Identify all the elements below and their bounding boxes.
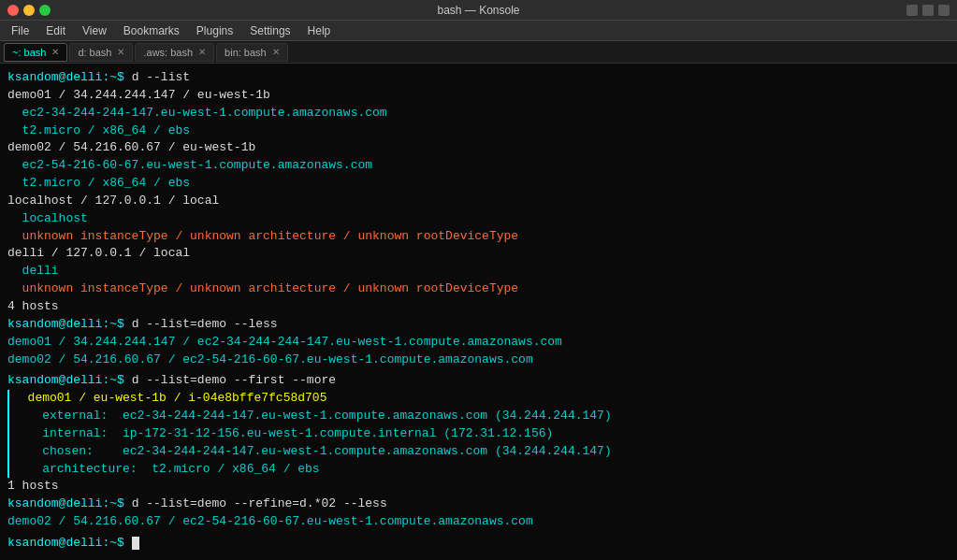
more-line-3: internal: ip-172-31-12-156.eu-west-1.com…: [13, 425, 950, 443]
line-5: demo02 / 54.216.60.67 / eu-west-1b: [7, 139, 950, 157]
line-16: demo01 / 34.244.244.147 / ec2-34-244-244…: [7, 334, 950, 352]
menu-plugins[interactable]: Plugins: [189, 22, 240, 39]
menu-bookmarks[interactable]: Bookmarks: [116, 22, 187, 39]
line-1: ksandom@delli:~$ d --list: [7, 69, 950, 87]
menu-file[interactable]: File: [4, 22, 36, 39]
window-title: bash — Konsole: [437, 4, 519, 17]
terminal[interactable]: ksandom@delli:~$ d --list demo01 / 34.24…: [0, 64, 957, 560]
tab-3-close[interactable]: ✕: [272, 47, 280, 57]
line-2: demo01 / 34.244.244.147 / eu-west-1b: [7, 87, 950, 105]
tab-0[interactable]: ~: bash ✕: [4, 43, 67, 62]
line-7: t2.micro / x86_64 / ebs: [7, 175, 950, 193]
tab-2[interactable]: .aws: bash ✕: [135, 43, 214, 62]
minimize-button[interactable]: [23, 5, 35, 16]
close-button[interactable]: [7, 5, 19, 16]
line-13: unknown instanceType / unknown architect…: [7, 280, 950, 298]
line-10: unknown instanceType / unknown architect…: [7, 228, 950, 246]
tab-2-label: .aws: bash: [143, 47, 193, 58]
tab-1[interactable]: d: bash ✕: [69, 43, 133, 62]
menu-settings[interactable]: Settings: [242, 22, 297, 39]
line-20: ksandom@delli:~$ d --list=demo --refine=…: [7, 495, 950, 513]
cursor: [132, 537, 139, 550]
title-bar: bash — Konsole: [0, 0, 957, 21]
more-line-1: demo01 / eu-west-1b / i-04e8bffe7fc58d70…: [13, 390, 950, 408]
tab-0-label: ~: bash: [12, 47, 46, 58]
line-11: delli / 127.0.0.1 / local: [7, 245, 950, 263]
tb-right-1[interactable]: [906, 5, 918, 16]
more-section: demo01 / eu-west-1b / i-04e8bffe7fc58d70…: [7, 390, 950, 478]
more-line-2: external: ec2-34-244-244-147.eu-west-1.c…: [13, 408, 950, 425]
line-19: 1 hosts: [7, 478, 950, 495]
more-line-4: chosen: ec2-34-244-244-147.eu-west-1.com…: [13, 443, 950, 461]
tb-right-2[interactable]: [922, 5, 934, 16]
menu-bar: File Edit View Bookmarks Plugins Setting…: [0, 21, 957, 41]
line-18: ksandom@delli:~$ d --list=demo --first -…: [7, 372, 950, 390]
maximize-button[interactable]: [39, 5, 51, 16]
tab-bar: ~: bash ✕ d: bash ✕ .aws: bash ✕ bin: ba…: [0, 41, 957, 64]
window-controls[interactable]: [7, 5, 51, 16]
menu-edit[interactable]: Edit: [38, 22, 73, 39]
title-bar-right-controls: [906, 5, 950, 16]
line-17: demo02 / 54.216.60.67 / ec2-54-216-60-67…: [7, 352, 950, 369]
tab-3-label: bin: bash: [225, 47, 267, 58]
line-21: demo02 / 54.216.60.67 / ec2-54-216-60-67…: [7, 513, 950, 531]
line-14: 4 hosts: [7, 298, 950, 316]
menu-help[interactable]: Help: [300, 22, 339, 39]
line-prompt-final: ksandom@delli:~$: [7, 535, 950, 553]
line-3: ec2-34-244-244-147.eu-west-1.compute.ama…: [7, 105, 950, 122]
more-line-5: architecture: t2.micro / x86_64 / ebs: [13, 461, 950, 479]
menu-view[interactable]: View: [75, 22, 114, 39]
line-9: localhost: [7, 210, 950, 228]
line-12: delli: [7, 263, 950, 280]
tab-0-close[interactable]: ✕: [51, 47, 59, 57]
line-15: ksandom@delli:~$ d --list=demo --less: [7, 316, 950, 334]
tab-1-label: d: bash: [78, 47, 111, 58]
tb-right-3[interactable]: [938, 5, 950, 16]
line-4: t2.micro / x86_64 / ebs: [7, 122, 950, 140]
tab-1-close[interactable]: ✕: [117, 47, 124, 57]
line-8: localhost / 127.0.0.1 / local: [7, 193, 950, 210]
line-6: ec2-54-216-60-67.eu-west-1.compute.amazo…: [7, 157, 950, 175]
tab-2-close[interactable]: ✕: [198, 47, 206, 57]
tab-3[interactable]: bin: bash ✕: [216, 43, 288, 62]
